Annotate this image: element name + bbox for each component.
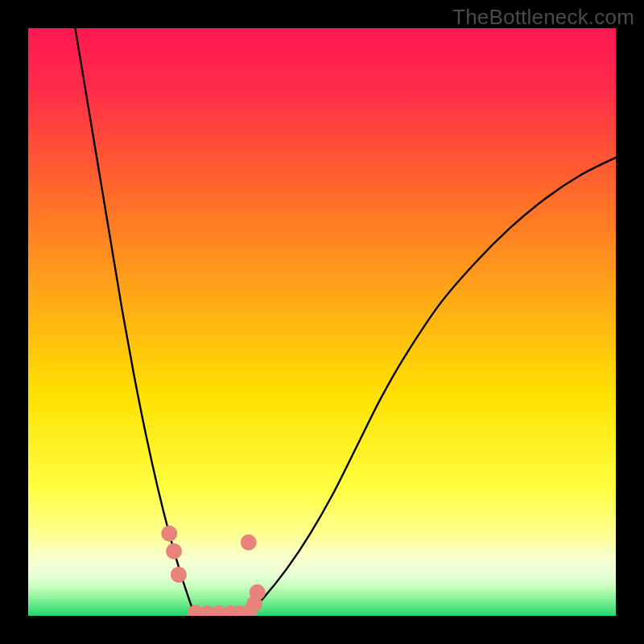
- gradient-background: [28, 28, 616, 616]
- marker-dot: [250, 584, 266, 601]
- marker-dot: [241, 535, 257, 551]
- marker-dot: [166, 543, 182, 559]
- plot-area: [28, 28, 616, 616]
- chart-frame: TheBottleneck.com: [0, 0, 644, 644]
- watermark-text: TheBottleneck.com: [452, 5, 634, 30]
- marker-dot: [171, 567, 187, 583]
- plot-svg: [28, 28, 616, 616]
- marker-dot: [161, 526, 177, 542]
